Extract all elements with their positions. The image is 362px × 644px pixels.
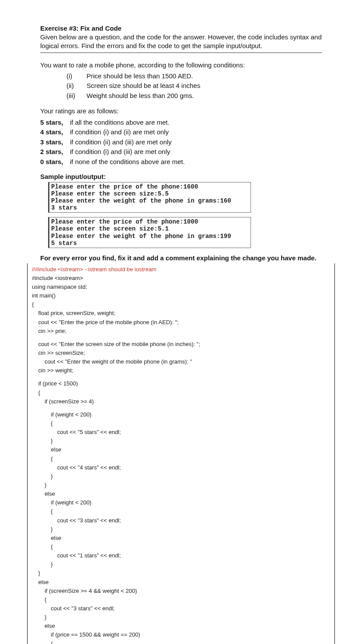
rating-text: if condition (i) and (iii) are met only: [70, 147, 170, 157]
code-line: #include <iostream>: [32, 274, 330, 283]
code-line: if (weight < 200): [32, 498, 330, 507]
list-text: Screen size should be at least 4 inches: [87, 81, 200, 91]
ratings-intro: Your ratings are as follows:: [40, 107, 322, 116]
list-item: (i) Price should be less than 1500 AED.: [66, 71, 322, 81]
code-line: {: [32, 595, 330, 604]
code-line: }: [32, 472, 330, 481]
rating-label: 3 stars,: [40, 137, 66, 147]
code-line: else: [32, 490, 330, 498]
rating-label: 2 stars,: [40, 147, 66, 157]
code-line: {: [32, 300, 330, 309]
list-item: 5 stars, if all the conditions above are…: [40, 118, 322, 128]
code-line: }: [32, 560, 330, 569]
code-line: if (price < 1500): [32, 379, 330, 388]
ratings-list: 5 stars, if all the conditions above are…: [40, 118, 322, 167]
code-line: float price, screenSize, weight;: [32, 309, 330, 318]
code-line: cin >> prie;: [32, 327, 330, 336]
console-output-1: Please enter the price of the phone:1600…: [48, 182, 251, 213]
list-item: (ii) Screen size should be at least 4 in…: [66, 81, 322, 91]
code-line: {: [32, 507, 330, 516]
code-line: cout << "4 stars" << endl;: [32, 463, 330, 472]
list-marker: (iii): [66, 91, 80, 101]
exercise-title: Exercise #3: Fix and Code: [40, 24, 322, 32]
code-line: }: [32, 525, 330, 534]
code-comment: //#include <istream> - istream should be…: [32, 265, 330, 274]
sample-io-heading: Sample input/output:: [40, 173, 322, 180]
rating-text: if condition (i) and (ii) are met only: [70, 127, 169, 137]
document-page: Exercise #3: Fix and Code Given below ar…: [0, 0, 362, 644]
list-item: 3 stars, if condition (ii) and (iii) are…: [40, 137, 322, 147]
code-line: }: [32, 569, 330, 578]
code-line: {: [32, 542, 330, 551]
fix-instruction: For every error you find, fix it and add…: [40, 254, 322, 262]
list-marker: (i): [66, 71, 80, 81]
intro-text: Given below are a question, and the code…: [40, 33, 322, 51]
code-line: {: [32, 388, 330, 397]
code-line: {: [32, 419, 330, 428]
code-line: cout << "3 stars" << endl;: [32, 604, 330, 613]
rating-text: if condition (ii) and (iii) are met only: [70, 137, 172, 147]
code-line: cin >> weight;: [32, 366, 330, 375]
console-output-2: Please enter the price of the phone:1000…: [48, 217, 251, 248]
list-item: (iii) Weight should be less than 200 gms…: [66, 91, 322, 101]
list-text: Price should be less than 1500 AED.: [87, 71, 193, 81]
list-item: 4 stars, if condition (i) and (ii) are m…: [40, 127, 322, 137]
code-line: int main(): [32, 291, 330, 300]
code-line: else: [32, 578, 330, 587]
code-line: cin >> screenSize;: [32, 349, 330, 357]
code-line: if (screenSize >= 4): [32, 397, 330, 406]
rating-text: if none of the conditions above are met.: [70, 157, 185, 167]
rating-text: if all the conditions above are met.: [70, 118, 170, 128]
list-text: Weight should be less than 200 gms.: [87, 91, 194, 101]
code-line: cout << "1 stars" << endl;: [32, 551, 330, 560]
code-line: if (weight < 200): [32, 410, 330, 419]
code-line: else: [32, 445, 330, 454]
code-line: }: [32, 437, 330, 445]
code-line: else: [32, 622, 330, 630]
code-block: //#include <istream> - istream should be…: [27, 263, 335, 644]
divider: [40, 52, 322, 53]
question-intro: You want to rate a mobile phone, accordi…: [40, 61, 322, 70]
list-item: 2 stars, if condition (i) and (iii) are …: [40, 147, 322, 157]
code-line: cout << "Enter the price of the mobile p…: [32, 318, 330, 327]
rating-label: 5 stars,: [40, 118, 66, 128]
code-line: cout << "3 stars" << endl;: [32, 516, 330, 525]
code-line: {: [32, 455, 330, 463]
code-line: else: [32, 534, 330, 542]
code-line: cout << "5 stars" << endl;: [32, 428, 330, 437]
code-line: cout << "Enter the screen size of the mo…: [32, 340, 330, 349]
rating-label: 0 stars,: [40, 157, 66, 167]
code-line: cout << "Enter the weight of the mobile …: [32, 357, 330, 366]
code-line: if (screenSize >= 4 && weight < 200): [32, 587, 330, 595]
rating-label: 4 stars,: [40, 127, 66, 137]
list-item: 0 stars, if none of the conditions above…: [40, 157, 322, 167]
code-line: {: [32, 640, 330, 644]
code-line: }: [32, 481, 330, 490]
code-line: if (price == 1500 && weight == 200): [32, 630, 330, 639]
conditions-list: (i) Price should be less than 1500 AED. …: [40, 71, 322, 101]
code-line: }: [32, 613, 330, 622]
list-marker: (ii): [66, 81, 80, 91]
code-line: using namespace std;: [32, 283, 330, 291]
